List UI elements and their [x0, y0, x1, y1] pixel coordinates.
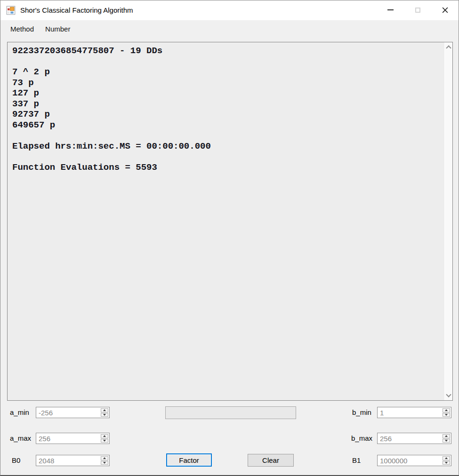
b-max-input[interactable]: [378, 433, 441, 444]
maximize-icon: [415, 8, 420, 13]
minimize-button[interactable]: [377, 0, 404, 19]
b-min-spinner: [377, 407, 451, 418]
a-min-down-button[interactable]: [101, 413, 108, 417]
menu-item-method[interactable]: Method: [5, 20, 40, 37]
b0-down-button[interactable]: [101, 461, 108, 465]
down-arrow-icon: [103, 414, 106, 416]
a-min-up-button[interactable]: [101, 408, 108, 413]
b1-label: B1: [352, 455, 361, 466]
a-min-spinner: [36, 407, 110, 418]
b-min-up-button[interactable]: [443, 408, 450, 413]
scroll-down-arrow-icon[interactable]: [446, 392, 451, 397]
window-title: Shor's Classical Factoring Algorithm: [20, 0, 133, 20]
up-arrow-icon: [103, 409, 106, 411]
b0-up-button[interactable]: [101, 456, 108, 460]
up-arrow-icon: [103, 457, 106, 459]
b1-spinner: [377, 455, 451, 466]
app-icon: [6, 6, 16, 15]
number-input[interactable]: [165, 406, 296, 419]
b-max-spinner: [377, 433, 451, 444]
a-max-label: a_max: [10, 433, 31, 444]
up-arrow-icon: [445, 457, 448, 459]
down-arrow-icon: [445, 414, 448, 416]
app-window: Shor's Classical Factoring Algorithm Met…: [0, 0, 459, 476]
a-min-label: a_min: [10, 407, 29, 418]
a-min-updown: [101, 408, 108, 417]
b-max-updown: [443, 434, 450, 443]
down-arrow-icon: [445, 440, 448, 442]
b-min-updown: [443, 408, 450, 417]
b0-spinner: [36, 455, 110, 466]
output-text: 9223372036854775807 - 19 DDs 7 ^ 2 p 73 …: [8, 42, 452, 400]
up-arrow-icon: [103, 435, 106, 437]
b1-up-button[interactable]: [443, 456, 450, 460]
output-textbox[interactable]: 9223372036854775807 - 19 DDs 7 ^ 2 p 73 …: [7, 42, 453, 401]
a-max-up-button[interactable]: [101, 434, 108, 438]
titlebar: Shor's Classical Factoring Algorithm: [0, 0, 459, 20]
b1-down-button[interactable]: [443, 461, 450, 465]
menu-item-number[interactable]: Number: [40, 20, 76, 37]
b-max-down-button[interactable]: [443, 439, 450, 443]
b1-updown: [443, 456, 450, 465]
a-max-spinner: [36, 433, 110, 444]
a-min-input[interactable]: [36, 407, 99, 418]
b-min-input[interactable]: [378, 407, 441, 418]
scroll-up-arrow-icon[interactable]: [446, 45, 451, 50]
menubar: Method Number: [0, 20, 459, 37]
maximize-button: [404, 0, 431, 19]
a-max-updown: [101, 434, 108, 443]
b0-input[interactable]: [36, 455, 99, 466]
b-min-down-button[interactable]: [443, 413, 450, 417]
minimize-icon: [387, 9, 394, 10]
down-arrow-icon: [445, 462, 448, 464]
caption-buttons: [377, 0, 459, 19]
up-arrow-icon: [445, 409, 448, 411]
down-arrow-icon: [103, 462, 106, 464]
b0-label: B0: [12, 455, 20, 466]
down-arrow-icon: [103, 440, 106, 442]
b-min-label: b_min: [352, 407, 371, 418]
a-max-input[interactable]: [36, 433, 99, 444]
b-max-label: b_max: [351, 433, 372, 444]
b-max-up-button[interactable]: [443, 434, 450, 438]
b0-updown: [101, 456, 108, 465]
clear-button[interactable]: Clear: [248, 454, 294, 467]
vertical-scrollbar[interactable]: [444, 42, 452, 400]
factor-button[interactable]: Factor: [166, 453, 212, 467]
close-button[interactable]: [431, 0, 459, 19]
b1-input[interactable]: [378, 455, 441, 466]
close-icon: [442, 7, 449, 14]
a-max-down-button[interactable]: [101, 439, 108, 443]
up-arrow-icon: [445, 435, 448, 437]
